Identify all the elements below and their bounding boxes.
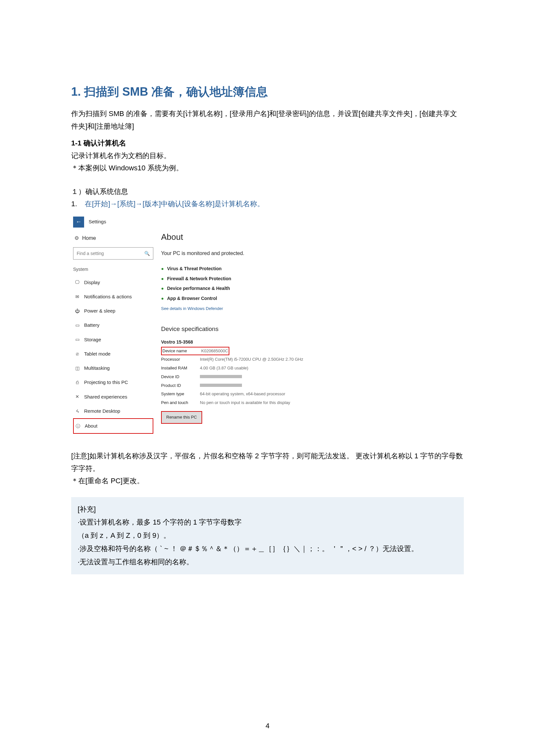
subsection-1-1: 1-1 确认计算机名 (71, 137, 464, 149)
spec-productid-k: Product ID (161, 382, 200, 390)
prot-app: App & Browser Control (167, 294, 217, 303)
power-icon: ⏻ (74, 307, 80, 315)
sidebar-item-multitasking[interactable]: ◫Multitasking (73, 361, 153, 375)
check-icon: ● (161, 275, 164, 283)
sidebar-item-power[interactable]: ⏻Power & sleep (73, 304, 153, 318)
display-icon: 🖵 (74, 278, 80, 286)
supp-line-4: ·无法设置与工作组名称相同的名称。 (78, 555, 457, 569)
monitor-status: Your PC is monitored and protected. (161, 249, 344, 258)
supp-line-1: ·设置计算机名称，最多 15 个字符的 1 字节字母数字 (78, 516, 457, 529)
supp-heading: [补充] (78, 503, 457, 516)
spec-pen-k: Pen and touch (161, 399, 200, 407)
sec11-line2: ＊本案例以 Windows10 系统为例。 (71, 162, 464, 175)
storage-icon: ▭ (74, 336, 80, 343)
prot-virus: Virus & Threat Protection (167, 265, 222, 273)
check-icon: ● (161, 294, 164, 303)
sidebar-item-remote[interactable]: ᔦRemote Desktop (73, 404, 153, 418)
sidebar-item-about[interactable]: ⓘAbout (73, 418, 153, 434)
home-link[interactable]: Home (82, 234, 96, 243)
search-input[interactable]: Find a setting 🔍 (73, 247, 153, 260)
step-group-heading: １）确认系统信息 (71, 185, 464, 198)
sidebar-item-display[interactable]: 🖵Display (73, 275, 153, 290)
sidebar-item-projecting[interactable]: ⎙Projecting to this PC (73, 375, 153, 390)
shared-icon: ✕ (74, 393, 80, 401)
gear-icon: ⚙ (74, 234, 79, 243)
check-icon: ● (161, 265, 164, 273)
step-1-text: 在[开始]→[系统]→[版本]中确认[设备名称]是计算机名称。 (85, 198, 264, 210)
spec-systype-k: System type (161, 391, 200, 398)
note-line-2: ＊在[重命名 PC]更改。 (71, 475, 464, 487)
back-arrow-icon[interactable]: ← (73, 217, 84, 228)
sidebar-item-notifications[interactable]: ✉Notifications & actions (73, 290, 153, 304)
settings-about-screenshot: ← Settings ⚙ Home Find a setting 🔍 Syste… (71, 215, 346, 437)
spec-processor-v: Intel(R) Core(TM) i5-7200U CPU @ 2.50GHz… (200, 356, 303, 363)
sidebar-item-shared[interactable]: ✕Shared experiences (73, 390, 153, 404)
search-icon: 🔍 (144, 250, 150, 257)
battery-icon: ▭ (74, 321, 80, 329)
intro-paragraph: 作为扫描到 SMB 的准备，需要有关[计算机名称]，[登录用户名]和[登录密码]… (71, 108, 464, 132)
spec-systype-v: 64-bit operating system, x64-based proce… (200, 391, 285, 398)
supplement-box: [补充] ·设置计算机名称，最多 15 个字符的 1 字节字母数字 （a 到 z… (71, 497, 464, 574)
about-heading: About (161, 230, 344, 245)
settings-title: Settings (89, 218, 106, 226)
supp-line-3: ·涉及空格和符号的名称（ ` ~ ！ ＠＃＄％＾＆＊（）＝＋＿［］｛｝＼｜；：。… (78, 542, 457, 555)
sec11-line1: 记录计算机名作为文档的目标。 (71, 149, 464, 162)
search-placeholder: Find a setting (77, 250, 104, 257)
page-number: 4 (0, 722, 535, 730)
note-line-1: [注意]如果计算机名称涉及汉字，平假名，片假名和空格等 2 字节字符，则可能无法… (71, 450, 464, 475)
about-icon: ⓘ (75, 422, 81, 430)
spec-device-name-v: K020685000C (201, 347, 228, 355)
check-icon: ● (161, 284, 164, 292)
device-model: Vostro 15-3568 (161, 338, 344, 346)
prot-firewall: Firewall & Network Protection (167, 275, 231, 283)
device-spec-heading: Device specifications (161, 324, 344, 334)
spec-processor-k: Processor (161, 356, 200, 363)
redacted-strip (200, 375, 242, 378)
tablet-icon: ⎚ (74, 350, 80, 358)
prot-device: Device performance & Health (167, 284, 230, 292)
notifications-icon: ✉ (74, 293, 80, 301)
sidebar-item-storage[interactable]: ▭Storage (73, 333, 153, 347)
defender-link[interactable]: See details in Windows Defender (161, 305, 344, 312)
section-heading-1: 1. 扫描到 SMB 准备，确认地址簿信息 (71, 84, 464, 100)
spec-deviceid-k: Device ID (161, 373, 200, 381)
projecting-icon: ⎙ (74, 378, 80, 387)
multitasking-icon: ◫ (74, 364, 80, 372)
rename-pc-button[interactable]: Rename this PC (161, 411, 202, 424)
redacted-strip (200, 384, 242, 387)
sidebar-item-tablet[interactable]: ⎚Tablet mode (73, 347, 153, 361)
spec-device-name-k: Device name (162, 347, 201, 355)
spec-pen-v: No pen or touch input is available for t… (200, 399, 290, 407)
remote-icon: ᔦ (74, 407, 80, 415)
spec-ram-k: Installed RAM (161, 364, 200, 372)
category-system: System (73, 265, 153, 273)
step-number: 1. (71, 198, 77, 210)
supp-line-2: （a 到 z，A 到 Z，0 到 9）。 (78, 529, 457, 542)
spec-ram-v: 4.00 GB (3.87 GB usable) (200, 364, 248, 372)
sidebar-item-battery[interactable]: ▭Battery (73, 318, 153, 332)
